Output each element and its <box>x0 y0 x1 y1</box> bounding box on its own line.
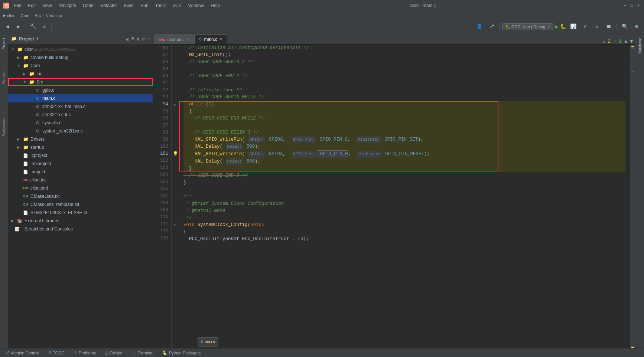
tab-cmake[interactable]: △ CMake <box>103 350 124 356</box>
fold-icon-94[interactable]: ▷ <box>174 102 176 107</box>
locate-icon[interactable]: ◎ <box>126 36 129 42</box>
tab-version-control[interactable]: ⎇ Version Control <box>3 350 40 356</box>
breadcrumb-clion[interactable]: ▶ clion <box>3 13 16 18</box>
database-tab-label[interactable]: Database <box>638 35 642 57</box>
profile-run-button[interactable]: ⚡ <box>580 22 590 32</box>
tree-clion-xml[interactable]: XML clion.xml <box>8 184 153 192</box>
editor-tabs: IOC clion.ioc ✕ C main.c ✕ ⚠ 2 ✓ 1 ▲ ▼ <box>153 33 636 45</box>
project-panel-header: 📁 Project ▼ ◎ ≡ ⇅ ⚙ — <box>8 33 153 45</box>
bulb-icon-101[interactable]: 💡 <box>173 151 178 157</box>
tree-ld[interactable]: 📄 STM32F103C8Tx_FLASH.ld <box>8 209 153 217</box>
code-line-93: /* USER CODE BEGIN WHILE */ <box>183 94 625 101</box>
sort-icon[interactable]: ⇅ <box>137 36 140 42</box>
breadcrumb-mainc[interactable]: C main.c <box>46 13 62 18</box>
tree-startup[interactable]: ▶ 📁 startup <box>8 143 153 151</box>
menu-build[interactable]: Build <box>121 2 137 9</box>
menu-refactor[interactable]: Refactor <box>97 2 120 9</box>
tree-cmakelists[interactable]: CM CMakeLists.txt <box>8 192 153 200</box>
tree-external-libs[interactable]: ▶ 📚 External Libraries <box>8 217 153 225</box>
toolbar-sep3 <box>499 23 500 30</box>
tree-it-c[interactable]: C stm32f1xx_it.c <box>8 111 153 119</box>
minimize-button[interactable]: ─ <box>622 3 628 8</box>
close-button[interactable]: ✕ <box>636 3 641 8</box>
tree-cproject[interactable]: 📄 .cproject <box>8 151 153 160</box>
git-button[interactable]: ⎇ <box>486 22 497 32</box>
tree-gpio-c[interactable]: C gpio.c <box>8 86 153 94</box>
tree-cmake-build[interactable]: ▶ 📁 cmake-build-debug <box>8 53 153 62</box>
tab-warn-icon: ⚠ 2 <box>602 39 611 44</box>
collapse-all-icon[interactable]: ≡ <box>131 36 134 42</box>
core-label: Core <box>30 63 40 68</box>
hide-panel-icon[interactable]: — <box>147 36 150 42</box>
tab-todo[interactable]: ☑ TODO <box>46 350 66 356</box>
menu-tools[interactable]: Tools <box>152 2 169 9</box>
ioc-icon: IOC <box>22 177 29 183</box>
sync-button[interactable]: ↺ <box>39 22 49 32</box>
breadcrumb-src[interactable]: Src <box>35 13 41 18</box>
menu-run[interactable]: Run <box>137 2 152 9</box>
menu-file[interactable]: File <box>11 2 24 9</box>
tab-mainc-close[interactable]: ✕ <box>219 37 222 41</box>
search-everywhere-button[interactable]: 🔍 <box>619 22 630 32</box>
scroll-up-icon[interactable]: ▲ <box>625 39 627 44</box>
tree-root[interactable]: ▼ 📁 clion E:\STM32CubeMX\clion <box>8 45 153 53</box>
project-tab-label[interactable]: Project <box>2 35 6 52</box>
back-button[interactable]: ◀ <box>2 22 13 32</box>
menu-help[interactable]: Help <box>208 2 223 9</box>
tab-ioc-close[interactable]: ✕ <box>186 37 189 42</box>
tree-system-stm32[interactable]: C system_stm32f1xx.c <box>8 127 153 135</box>
bookmarks-tab-label[interactable]: Bookmarks <box>2 117 6 138</box>
breadcrumb-sep1: › <box>17 13 19 17</box>
menu-code[interactable]: Code <box>80 2 97 9</box>
menu-navigate[interactable]: Navigate <box>56 2 79 9</box>
src-label: Src <box>36 79 43 85</box>
ln-94: 94 <box>156 101 168 108</box>
cmake-reload-button[interactable]: ↻ <box>592 22 602 32</box>
profile-button[interactable]: 👤 <box>474 22 485 32</box>
project-caret[interactable]: ▼ <box>36 37 39 41</box>
problems-icon: ⚠ <box>74 350 77 355</box>
project-settings-icon[interactable]: ⚙ <box>142 36 144 42</box>
project-header-icons: ◎ ≡ ⇅ ⚙ — <box>126 36 150 42</box>
tree-inc[interactable]: ▶ 📁 Inc <box>8 70 153 78</box>
menu-vcs[interactable]: VCS <box>169 2 185 9</box>
tree-syscalls[interactable]: C syscalls.c <box>8 119 153 127</box>
tab-clion-ioc[interactable]: IOC clion.ioc ✕ <box>155 35 193 44</box>
breadcrumb-core[interactable]: Core <box>21 13 30 18</box>
forward-button[interactable]: ▶ <box>13 22 24 32</box>
tree-hal-msp[interactable]: C stm32f1xx_hal_msp.c <box>8 102 153 111</box>
run-config-selector[interactable]: 🐛 OCD clion | Debug ▼ <box>502 23 553 30</box>
tree-main-c[interactable]: C main.c <box>8 94 153 102</box>
tree-cmakelists-template[interactable]: CM CMakeLists_template.txt <box>8 200 153 209</box>
code-area[interactable]: /* Initialize all configured peripherals… <box>179 45 630 348</box>
tree-src[interactable]: ▼ 📁 Src <box>8 78 153 86</box>
fold-icon-111[interactable]: ▷ <box>174 222 176 227</box>
tab-terminal[interactable]: ⬛ Terminal <box>130 350 155 356</box>
debug-button[interactable]: 🐛 <box>560 23 566 30</box>
maximize-button[interactable]: □ <box>629 3 634 8</box>
run-button[interactable]: ▶ <box>555 23 559 30</box>
tab-main-c[interactable]: C main.c ✕ <box>194 35 227 44</box>
warn-stripe-2 <box>631 347 634 348</box>
tab-python-packages[interactable]: 🐍 Python Packages <box>161 350 202 356</box>
tree-core[interactable]: ▼ 📁 Core <box>8 62 153 70</box>
tree-drivers[interactable]: ▶ 📁 Drivers <box>8 135 153 143</box>
coverage-button[interactable]: 📊 <box>568 22 578 32</box>
menu-edit[interactable]: Edit <box>25 2 39 9</box>
tab-problems[interactable]: ⚠ Problems <box>72 350 97 356</box>
code-line-108: * @brief System Clock Configuration <box>183 200 625 207</box>
ln-112: 112 <box>156 228 168 235</box>
tree-project[interactable]: 📄 .project <box>8 168 153 176</box>
stop-button[interactable]: ⏹ <box>604 22 614 32</box>
tree-clion-ioc[interactable]: IOC clion.ioc <box>8 176 153 184</box>
scroll-down-icon[interactable]: ▼ <box>630 39 633 44</box>
main-file-icon: C <box>34 96 41 101</box>
terminal-icon: ⬛ <box>131 350 136 355</box>
menu-view[interactable]: View <box>39 2 55 9</box>
tree-mxproject[interactable]: 📄 .mxproject <box>8 160 153 168</box>
build-button[interactable]: 🔨 <box>28 22 38 32</box>
structure-tab-label[interactable]: Structure <box>2 68 6 86</box>
settings-button[interactable]: ⚙ <box>631 22 642 32</box>
tree-scratches[interactable]: 📝 Scratches and Consoles <box>8 225 153 233</box>
menu-window[interactable]: Window <box>185 2 207 9</box>
